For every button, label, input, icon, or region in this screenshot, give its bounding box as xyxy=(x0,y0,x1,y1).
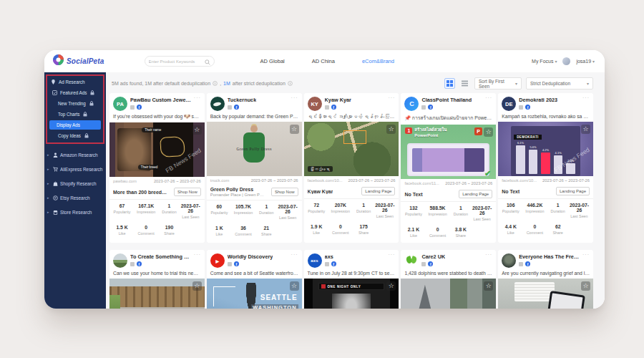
favorite-star-icon[interactable]: ☆ xyxy=(290,281,299,291)
ad-creative-image[interactable]: ☆ 1 สร้างสไลด์สวยในPowerPoint P ✔ xyxy=(401,125,496,179)
advertiser-domain[interactable]: facebook.com/11... xyxy=(404,181,439,185)
more-options-icon[interactable]: ··· xyxy=(194,95,201,100)
card-meta-row: facebook.com/10... 2023-07-26 ~ 2023-07-… xyxy=(304,176,399,185)
sidebar-item-etsy-research[interactable]: ▸ Etsy Research xyxy=(44,190,106,205)
advertiser-name[interactable]: Kyaw Kyar xyxy=(325,97,351,103)
sidebar-item-display-ads[interactable]: Display Ads xyxy=(49,120,101,130)
expand-arrow-icon: ▸ xyxy=(47,195,51,200)
advertiser-name[interactable]: Everyone Has The Freedom To... xyxy=(519,253,580,260)
favorite-star-icon[interactable]: ☆ xyxy=(386,281,396,291)
sort-dropdown[interactable]: Sort By First Seen▾ xyxy=(474,77,522,90)
advertiser-name[interactable]: Worldly Discovery xyxy=(228,253,273,260)
socialpeta-logo[interactable]: SocialPeta xyxy=(53,54,104,68)
watermark-text: FB News Feed xyxy=(164,147,202,174)
advertiser-avatar[interactable]: ▶ xyxy=(210,253,225,268)
favorite-star-icon[interactable]: ☆ xyxy=(484,127,493,137)
deduplication-dropdown[interactable]: Strict Deduplication▾ xyxy=(526,77,593,90)
sidebar-item-shopify-research[interactable]: ▸ Shopify Research xyxy=(44,176,106,190)
more-options-icon[interactable]: ··· xyxy=(291,252,298,257)
sidebar-item-amazon-research[interactable]: ▸ Amazon Research xyxy=(44,147,106,162)
sidebar-item-featured-ads[interactable]: Featured Ads xyxy=(47,87,103,98)
more-options-icon[interactable]: ··· xyxy=(291,95,298,100)
image-location-label: မြို့တည်နေရာ xyxy=(308,166,333,172)
advertiser-avatar[interactable]: C xyxy=(404,97,419,111)
advertiser-name[interactable]: Care2 UK xyxy=(421,253,445,260)
favorite-star-icon[interactable]: ☆ xyxy=(290,125,299,134)
sidebar-item-new-trending[interactable]: New Trending xyxy=(47,98,103,109)
more-options-icon[interactable]: ··· xyxy=(485,95,492,100)
advertiser-domain[interactable]: facebook.com/10... xyxy=(502,178,537,183)
info-icon[interactable] xyxy=(213,81,218,87)
advertiser-name[interactable]: axs xyxy=(325,253,336,260)
sidebar-item-ad-research[interactable]: Ad Research xyxy=(47,77,103,87)
advertiser-name[interactable]: Tuckernuck xyxy=(228,97,256,103)
stat-like: 1 KLike xyxy=(209,226,230,236)
favorite-star-icon[interactable]: ☆ xyxy=(192,281,202,291)
expand-arrow-icon: ▸ xyxy=(47,181,51,185)
logo-pie-icon xyxy=(53,54,64,68)
user-avatar[interactable] xyxy=(562,57,570,65)
advertiser-domain[interactable]: facebook.com/10... xyxy=(308,178,343,183)
product-title: No Text xyxy=(404,192,422,197)
sidebar-item-copy-ideas[interactable]: Copy Ideas xyxy=(47,130,103,141)
strict-dedup-count[interactable]: 1M xyxy=(223,81,230,86)
more-options-icon[interactable]: ··· xyxy=(582,95,590,100)
grid-view-button[interactable] xyxy=(444,78,455,89)
sidebar-item-top-charts[interactable]: Top Charts xyxy=(47,109,103,120)
ad-creative-image[interactable]: ☆ မြို့တည်နေရာ xyxy=(304,122,399,176)
more-options-icon[interactable]: ··· xyxy=(388,95,395,100)
ad-creative-image[interactable]: ☆ xyxy=(498,279,593,309)
ad-creative-image[interactable]: ☆ FB News Feed Their name Their breed xyxy=(109,122,205,177)
advertiser-avatar[interactable] xyxy=(113,253,127,268)
nav-ad-global[interactable]: AD Global xyxy=(260,58,285,64)
card-action-button[interactable]: Shop Now xyxy=(174,188,201,196)
advertiser-avatar[interactable]: DE xyxy=(502,97,516,111)
advertiser-domain[interactable]: tnuck.com xyxy=(210,178,229,183)
image-subheadline: WASHINGTON xyxy=(251,304,298,309)
ad-card: DE Demokrati 2023 f ··· Kampaň sa rozbeh… xyxy=(498,93,593,243)
card-action-button[interactable]: Landing Page xyxy=(556,187,590,195)
more-options-icon[interactable]: ··· xyxy=(194,252,201,257)
expand-arrow-icon: ▸ xyxy=(47,153,51,157)
favorite-star-icon[interactable]: ☆ xyxy=(581,125,590,134)
advertiser-avatar[interactable] xyxy=(502,253,516,268)
nav-ad-china[interactable]: AD China xyxy=(312,58,335,64)
list-view-button[interactable] xyxy=(459,78,470,89)
advertiser-name[interactable]: ClassPoint Thailand xyxy=(421,97,472,103)
advertiser-domain[interactable]: pawbau.com xyxy=(113,179,137,183)
advertiser-avatar[interactable]: KY xyxy=(308,97,322,111)
my-focus-menu[interactable]: My Focus ▾ xyxy=(532,59,557,64)
favorite-star-icon[interactable]: ☆ xyxy=(581,281,590,291)
ad-creative-image[interactable]: ☆ ONE NIGHT ONLY xyxy=(304,279,399,309)
more-options-icon[interactable]: ··· xyxy=(485,252,492,257)
ad-creative-image[interactable]: ☆ FB News Feed DEMOKRATI 6.1%5.6%4.2%4.1… xyxy=(498,122,593,176)
favorite-star-icon[interactable]: ☆ xyxy=(386,125,396,134)
card-action-button[interactable]: Landing Page xyxy=(459,190,492,198)
sidebar-item-store-research[interactable]: ▸ Store Research xyxy=(44,205,106,219)
advertiser-avatar[interactable]: axs xyxy=(308,253,322,268)
ad-creative-image[interactable]: ☆ Green Polly Dress xyxy=(207,122,302,176)
advertiser-avatar[interactable]: PA xyxy=(113,97,127,111)
info-icon[interactable] xyxy=(288,81,293,87)
ad-creative-image[interactable]: ☆ SEATTLE WASHINGTON xyxy=(207,279,302,309)
favorite-star-icon[interactable]: ☆ xyxy=(484,281,493,291)
nav-ecom-brand[interactable]: eCom&Brand xyxy=(362,58,394,64)
search-input[interactable] xyxy=(149,59,202,64)
user-menu[interactable]: josa19 ▾ xyxy=(576,59,595,64)
card-action-button[interactable]: Landing Page xyxy=(361,187,395,195)
advertiser-name[interactable]: To Create Something Exceptio... xyxy=(130,253,192,260)
advertiser-avatar[interactable] xyxy=(210,97,225,111)
product-search-box[interactable] xyxy=(145,56,215,67)
favorite-star-icon[interactable]: ☆ xyxy=(192,125,202,135)
more-options-icon[interactable]: ··· xyxy=(388,252,395,257)
stat-share: 21Share xyxy=(257,226,276,236)
sidebar-item-aliexpress-research[interactable]: ▸ AliExpress Research xyxy=(44,162,106,176)
ad-creative-image[interactable]: ☆ xyxy=(401,279,496,309)
advertiser-name[interactable]: Demokrati 2023 xyxy=(519,97,557,103)
ad-creative-image[interactable]: ☆ xyxy=(109,279,205,309)
card-action-button[interactable]: Shop Now xyxy=(271,188,298,196)
search-icon[interactable] xyxy=(205,55,210,68)
more-options-icon[interactable]: ··· xyxy=(582,252,590,257)
advertiser-avatar[interactable] xyxy=(404,253,419,268)
advertiser-name[interactable]: PawBau Custom Jewelry xyxy=(130,97,192,103)
